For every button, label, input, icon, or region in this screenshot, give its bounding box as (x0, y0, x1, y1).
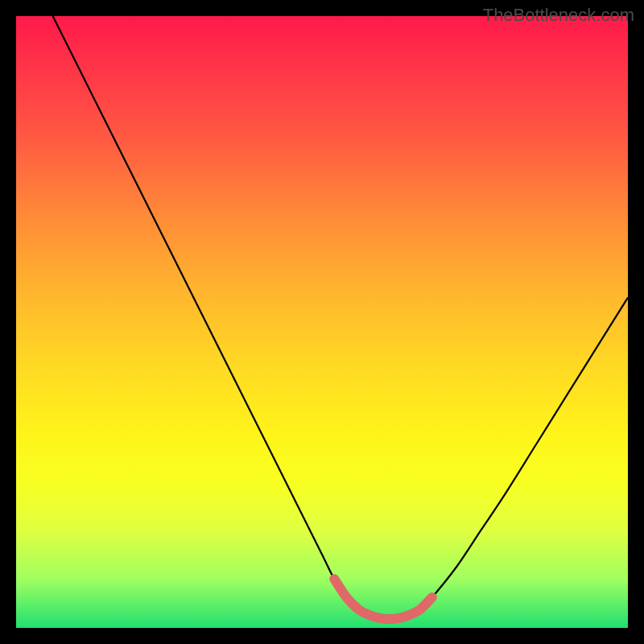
chart-plot-area (16, 16, 628, 628)
bottleneck-curve-line (53, 16, 628, 619)
chart-svg (16, 16, 628, 628)
watermark-text: TheBottleneck.com (483, 5, 634, 26)
optimal-range-highlight (334, 579, 432, 619)
